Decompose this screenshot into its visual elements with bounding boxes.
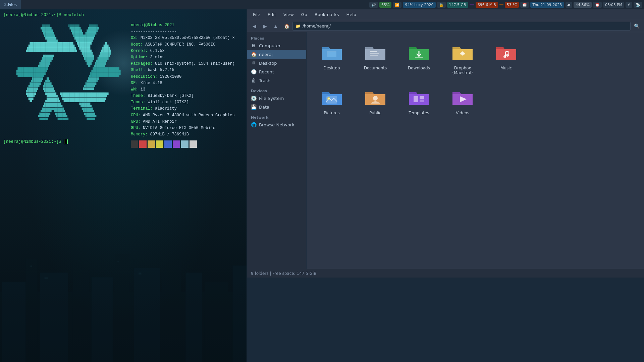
folder-desktop[interactable]: Desktop: [313, 39, 350, 78]
fm-menu-help[interactable]: Help: [343, 11, 360, 18]
nf-cpu: AMD Ryzen 7 4800H with Radeon Graphics: [143, 113, 235, 118]
sidebar-section-network: Network 🌐 Browse Network: [247, 114, 306, 129]
filesystem-icon: 💽: [251, 96, 256, 101]
nf-packages: 810 (nix-system), 1584 (nix-user): [155, 61, 235, 66]
taskbar-wifi2[interactable]: 📡: [634, 2, 642, 8]
taskbar-wifi[interactable]: 📶: [393, 2, 401, 8]
file-manager-window: File Edit View Go Bookmarks Help ◀ ▶ ▲ 🏠…: [247, 9, 644, 278]
sidebar-item-label-neeraj: neeraj: [259, 52, 273, 57]
sidebar-section-devices: Devices 💽 File System 💾 Data: [247, 87, 306, 111]
fm-back-button[interactable]: ◀: [250, 22, 259, 31]
svg-rect-3: [2, 282, 25, 362]
taskbar-date: Thu 21-09-2023: [530, 2, 564, 8]
folder-pictures-icon: [321, 87, 342, 109]
taskbar-right: 🔊 65% 📶 94% Lucy-2020 🔒 147.5 GB 696.6 M…: [369, 2, 644, 8]
fm-search-button[interactable]: 🔍: [632, 22, 641, 31]
fm-menu-bookmarks[interactable]: Bookmarks: [311, 11, 342, 18]
folder-downloads[interactable]: Downloads: [400, 39, 437, 78]
nf-shell: bash 5.2.15: [148, 68, 174, 72]
desktop-wallpaper: ▗▄▄▄ ▗▄▄▄▄ ▄▄▄▖ ▜███▙ ▜███▙ ▟███▛ ▜███▙ …: [0, 9, 247, 362]
svg-rect-23: [328, 52, 336, 57]
sidebar-item-filesystem[interactable]: 💽 File System: [247, 94, 306, 103]
sidebar-item-neeraj[interactable]: 🏠 neeraj: [247, 50, 306, 59]
folder-templates-icon: [408, 87, 430, 109]
folder-dropbox-label: Dropbox (Maestral): [447, 66, 478, 75]
time-value: 03:05 PM: [605, 3, 622, 7]
taskbar-lock[interactable]: 🔒: [437, 2, 446, 8]
swatch-2: [148, 140, 155, 148]
nf-theme: BlueSky-Dark [GTK2]: [148, 94, 194, 98]
swatch-6: [181, 140, 189, 148]
folder-downloads-label: Downloads: [408, 66, 430, 70]
taskbar-bluetooth[interactable]: ⚡: [626, 2, 632, 8]
nf-resolution: 644x362: [160, 74, 181, 79]
terminal-prompt2: [neeraj@Nimbus-2021:~]$ █: [3, 139, 68, 144]
folder-documents[interactable]: Documents: [357, 39, 394, 78]
nf-host: ASUSTeK COMPUTER INC. FA506IC: [145, 42, 215, 47]
taskbar-disk: 147.5 GB: [447, 2, 468, 8]
svg-rect-37: [420, 96, 424, 99]
folder-pictures-label: Pictures: [324, 111, 340, 115]
fm-home-button[interactable]: 🏠: [282, 22, 291, 31]
folder-pictures[interactable]: Pictures: [313, 84, 350, 119]
sidebar-item-label-trash: Trash: [259, 78, 270, 83]
folder-music[interactable]: Music: [488, 39, 525, 78]
nixos-logo: ▗▄▄▄ ▗▄▄▄▄ ▄▄▄▖ ▜███▙ ▜███▙ ▟███▛ ▜███▙ …: [7, 22, 121, 123]
lock-icon: 🔒: [439, 3, 444, 7]
swatch-1: [139, 140, 147, 148]
battery-percent-value: 44.86%: [576, 3, 590, 7]
svg-rect-7: [92, 278, 113, 362]
city-silhouette: [0, 221, 247, 362]
sidebar-item-data[interactable]: 💾 Data: [247, 103, 306, 111]
svg-point-32: [506, 54, 509, 57]
svg-rect-10: [162, 261, 181, 362]
bluetooth-icon: ⚡: [628, 3, 630, 7]
fm-content-area: Desktop Documents: [307, 32, 644, 269]
disk-value: 147.5 GB: [449, 3, 466, 7]
swatch-4: [164, 140, 172, 148]
sidebar-item-label-recent: Recent: [259, 69, 274, 74]
sidebar-item-label-network: Browse Network: [259, 122, 294, 127]
battery-value: 94% Lucy-2020: [405, 3, 433, 7]
fm-menu-go[interactable]: Go: [298, 11, 311, 18]
taskbar-tab-files[interactable]: 3:Files: [0, 0, 21, 9]
nf-os: NixOS 23.05.3580.5d017a8822e0 (Stoat) x: [141, 36, 235, 40]
taskbar-mem-value: 696.6 MiB: [476, 2, 498, 8]
svg-rect-27: [370, 57, 377, 57]
sidebar-item-browse-network[interactable]: 🌐 Browse Network: [247, 120, 306, 129]
network-icon: 🌐: [251, 122, 256, 127]
nf-icons: Win11-dark [GTK2]: [148, 100, 189, 105]
sidebar-item-computer[interactable]: 🖥 Computer: [247, 41, 306, 50]
swatch-5: [173, 140, 180, 148]
fm-main-area: Places 🖥 Computer 🏠 neeraj 🖥 Desktop 🕐 R…: [247, 32, 644, 269]
folder-public[interactable]: Public: [357, 84, 394, 119]
svg-rect-20: [117, 261, 119, 262]
fm-forward-button[interactable]: ▶: [260, 22, 270, 31]
data-icon: 💾: [251, 104, 256, 110]
svg-rect-5: [40, 273, 68, 362]
sidebar-item-desktop[interactable]: 🖥 Desktop: [247, 59, 306, 67]
taskbar-calendar[interactable]: 📅: [520, 2, 529, 8]
folder-dropbox[interactable]: Dropbox (Maestral): [444, 39, 481, 78]
sidebar-heading-devices: Devices: [247, 87, 306, 94]
swatch-3: [156, 140, 163, 148]
folder-templates[interactable]: Templates: [400, 84, 437, 119]
nf-user: neeraj@Nimbus-2021: [131, 23, 174, 27]
sidebar-item-trash[interactable]: 🗑 Trash: [247, 76, 306, 85]
volume-icon: 🔊: [371, 3, 376, 7]
sidebar-heading-network: Network: [247, 114, 306, 120]
fm-address-bar[interactable]: 📁 /home/neeraj/: [292, 22, 631, 31]
fm-up-button[interactable]: ▲: [271, 22, 280, 31]
taskbar-battery-percent: 44.86%: [574, 2, 592, 8]
taskbar-mem-indicator: [470, 4, 474, 5]
svg-point-35: [373, 96, 378, 101]
taskbar-volume[interactable]: 🔊: [369, 2, 378, 8]
sidebar-item-recent[interactable]: 🕐 Recent: [247, 67, 306, 76]
sidebar-heading-places: Places: [247, 35, 306, 41]
folder-videos-label: Videos: [456, 111, 469, 115]
fm-menu-edit[interactable]: Edit: [264, 11, 279, 18]
folder-videos[interactable]: Videos: [444, 84, 481, 119]
taskbar-battery-icon: ▰: [566, 2, 572, 8]
fm-menu-view[interactable]: View: [280, 11, 297, 18]
fm-menu-file[interactable]: File: [250, 11, 264, 18]
